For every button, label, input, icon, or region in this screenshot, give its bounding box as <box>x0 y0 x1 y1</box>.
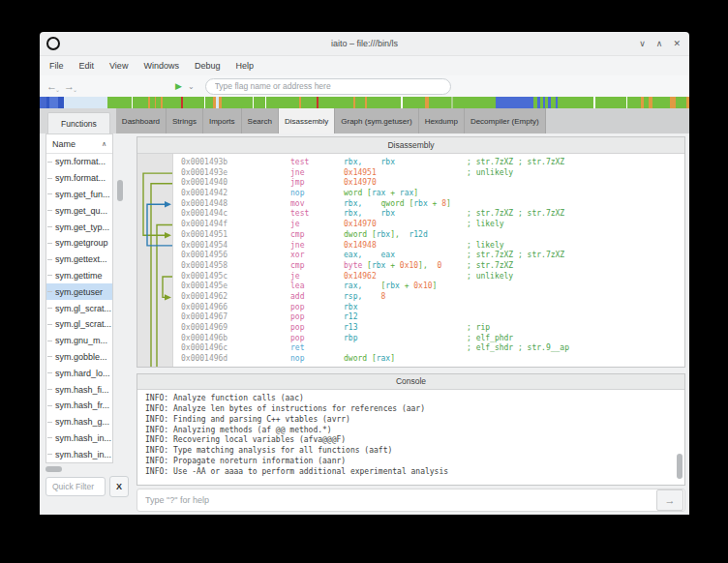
functions-scrollbar[interactable] <box>113 133 127 463</box>
menu-item-view[interactable]: View <box>102 58 136 74</box>
disasm-mnemonic: pop <box>290 334 344 344</box>
disasm-row[interactable]: 0x00014956xoreax, eax; str.7zXZ ; str.7z… <box>181 251 684 261</box>
disasm-row[interactable]: 0x00014942nopword [rax + rax] <box>181 189 684 199</box>
maximize-button[interactable]: ∧ <box>656 39 663 48</box>
disasm-row[interactable]: 0x0001496cret; elf_shdr ; str.9__ap <box>181 343 684 354</box>
disasm-row[interactable]: 0x00014951cmpdword [rbx], r12d <box>181 230 684 241</box>
clear-filter-button[interactable]: X <box>109 476 129 497</box>
function-list-item[interactable]: sym.gettime <box>46 268 112 284</box>
minimize-button[interactable]: ∨ <box>639 39 646 48</box>
disasm-address: 0x00014942 <box>181 189 290 199</box>
function-list-item[interactable]: sym.hash_fr... <box>46 398 112 414</box>
disasm-row[interactable]: 0x00014967popr12 <box>181 312 684 323</box>
function-list-item[interactable]: sym.hash_in... <box>46 430 112 447</box>
disasm-comment: ; unlikely <box>467 272 513 281</box>
function-list-item[interactable]: sym.get_typ... <box>46 219 112 235</box>
disasm-comment: ; str.7zXZ ; str.7zXZ <box>467 158 564 166</box>
disasm-row[interactable]: 0x00014954jne0x14948; likely <box>181 241 684 252</box>
memory-map-segment <box>64 97 107 108</box>
function-list-item[interactable]: sym.gettext... <box>46 252 112 268</box>
function-list-item[interactable]: sym.format... <box>46 154 112 170</box>
execute-command-button[interactable]: → <box>656 489 683 511</box>
disasm-mnemonic: lea <box>290 282 344 292</box>
disassembly-listing[interactable]: 0x0001493btestrbx, rbx; str.7zXZ ; str.7… <box>173 154 684 367</box>
tab-search[interactable]: Search <box>242 108 279 133</box>
function-list-item[interactable]: sym.gobble... <box>46 349 112 366</box>
function-list-item[interactable]: sym.hash_in... <box>46 446 112 462</box>
disasm-row[interactable]: 0x00014962addrsp, 8 <box>181 292 684 303</box>
tab-row: Functions DashboardStringsImportsSearchD… <box>40 108 689 133</box>
disasm-row[interactable]: 0x00014969popr13; rip <box>181 323 684 334</box>
debug-run-button[interactable]: ▶ <box>175 81 182 91</box>
function-list-item[interactable]: sym.gl_scrat... <box>46 300 112 316</box>
disasm-address: 0x00014969 <box>181 323 290 334</box>
disasm-row[interactable]: 0x00014940jmp0x14970 <box>181 178 684 189</box>
back-dropdown-icon: ⌄ <box>55 85 60 95</box>
disassembly-panel-titlebar[interactable]: Disassembly <box>137 137 684 154</box>
disasm-row[interactable]: 0x00014958cmpbyte [rbx + 0x10], 0; str.7… <box>181 261 684 272</box>
functions-hscrollbar-thumb[interactable] <box>46 466 62 472</box>
quick-filter-input[interactable] <box>46 477 106 496</box>
disasm-row[interactable]: 0x0001493ejne0x14951; unlikely <box>181 168 684 179</box>
memory-map-segment <box>403 97 426 108</box>
menu-item-debug[interactable]: Debug <box>187 58 228 74</box>
disasm-mnemonic: mov <box>290 199 344 210</box>
memory-map-segment <box>133 97 147 108</box>
function-list-item[interactable]: sym.gl_scrat... <box>46 316 112 333</box>
functions-hscrollbar[interactable] <box>46 466 113 472</box>
function-list-item[interactable]: sym.hard_lo... <box>46 365 112 381</box>
tab-disassembly[interactable]: Disassembly <box>279 108 335 133</box>
disasm-comment: ; str.7zXZ ; str.7zXZ <box>467 251 564 259</box>
disasm-mnemonic: jne <box>290 241 344 252</box>
functions-name-header[interactable]: Name ∧ <box>46 134 112 154</box>
function-list-item[interactable]: sym.hash_fi... <box>46 381 112 398</box>
tab-dashboard[interactable]: Dashboard <box>116 108 167 133</box>
close-button[interactable]: ✕ <box>673 39 681 48</box>
name-header-label: Name <box>52 139 76 149</box>
disasm-operands: 0x14951 <box>344 168 467 179</box>
console-panel-titlebar[interactable]: Console <box>137 374 684 390</box>
disasm-row[interactable]: 0x0001495elearax, [rbx + 0x10] <box>181 282 684 292</box>
tab-imports[interactable]: Imports <box>203 108 242 133</box>
disasm-row[interactable]: 0x0001495cje0x14962; unlikely <box>181 272 684 282</box>
functions-scrollbar-thumb[interactable] <box>117 180 123 201</box>
tab-strings[interactable]: Strings <box>167 108 203 133</box>
function-list-item[interactable]: sym.get_fun... <box>46 187 112 203</box>
menu-item-help[interactable]: Help <box>228 58 261 74</box>
function-list-item[interactable]: sym.hash_g... <box>46 414 112 430</box>
tab-hexdump[interactable]: Hexdump <box>419 108 465 133</box>
disasm-operands: word [rax + rax] <box>344 189 467 199</box>
function-list-item[interactable]: sym.getuser <box>46 283 112 300</box>
function-list-item[interactable]: sym.format... <box>46 170 112 187</box>
tab-graph-sym-getuser[interactable]: Graph (sym.getuser) <box>335 108 418 133</box>
forward-button[interactable]: →⌄ <box>64 81 75 91</box>
title-bar[interactable]: iaito – file:///bin/ls ∨ ∧ ✕ <box>40 32 689 56</box>
menu-item-edit[interactable]: Edit <box>72 58 103 74</box>
menu-bar: FileEditViewWindowsDebugHelp <box>40 56 689 75</box>
disasm-row[interactable]: 0x00014948movrbx, qword [rbx + 8] <box>181 199 684 210</box>
disasm-mnemonic: test <box>290 158 344 168</box>
menu-item-file[interactable]: File <box>42 58 72 74</box>
disasm-comment: ; likely <box>467 241 504 250</box>
disasm-row[interactable]: 0x00014966poprbx <box>181 303 684 313</box>
function-list-item[interactable]: sym.get_qu... <box>46 202 112 219</box>
seek-search-input[interactable] <box>205 78 451 95</box>
tab-functions-label: Functions <box>61 119 97 129</box>
disasm-row[interactable]: 0x0001494fje0x14970; likely <box>181 220 684 230</box>
disasm-operands: rbx <box>344 303 467 313</box>
debug-dropdown-icon[interactable]: ⌄ <box>188 82 195 91</box>
main-tab-strip: DashboardStringsImportsSearchDisassembly… <box>116 108 546 133</box>
memory-map-strip[interactable] <box>40 97 689 108</box>
function-list-item[interactable]: sym.gnu_m... <box>46 333 112 349</box>
tab-functions[interactable]: Functions <box>47 112 110 133</box>
disasm-row[interactable]: 0x0001496dnopdword [rax] <box>181 354 684 365</box>
disasm-row[interactable]: 0x0001496bpoprbp; elf_phdr <box>181 334 684 344</box>
tab-decompiler-empty[interactable]: Decompiler (Empty) <box>465 108 546 133</box>
function-list-item[interactable]: sym.getgroup <box>46 235 112 252</box>
console-scrollbar-thumb[interactable] <box>677 454 682 479</box>
back-button[interactable]: ←⌄ <box>46 81 57 91</box>
console-command-input[interactable] <box>137 494 655 506</box>
disasm-row[interactable]: 0x0001494ctestrbx, rbx; str.7zXZ ; str.7… <box>181 209 684 220</box>
disasm-row[interactable]: 0x0001493btestrbx, rbx; str.7zXZ ; str.7… <box>181 158 684 168</box>
menu-item-windows[interactable]: Windows <box>136 58 187 74</box>
